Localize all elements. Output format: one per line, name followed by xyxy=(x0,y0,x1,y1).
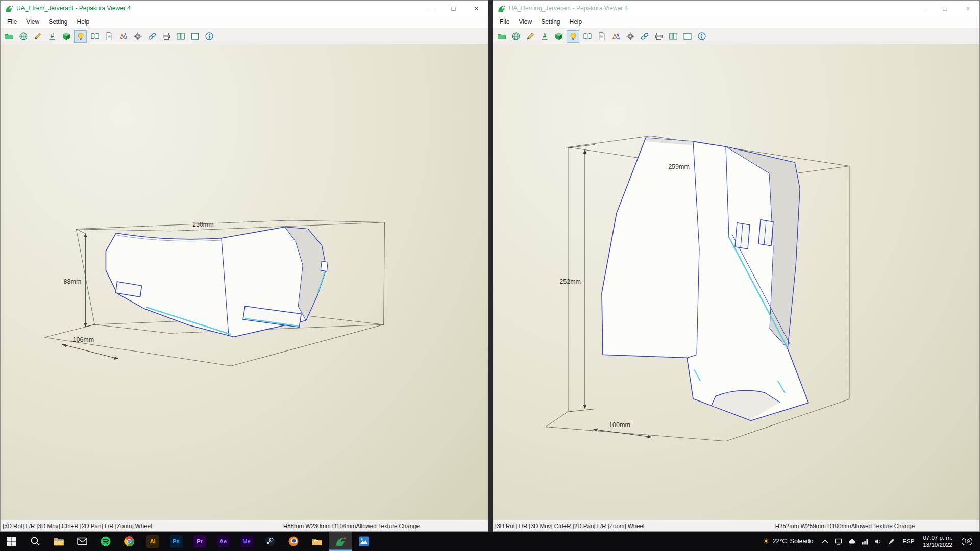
menu-view[interactable]: View xyxy=(514,17,536,27)
open-folder-icon[interactable] xyxy=(495,30,508,43)
pen-tray-button[interactable] xyxy=(885,532,898,551)
menu-setting[interactable]: Setting xyxy=(536,17,565,27)
open-book-icon[interactable] xyxy=(88,30,101,43)
window-title: UA_Efrem_Jerverant - Pepakura Viewer 4 xyxy=(16,5,419,12)
network-tray-button[interactable] xyxy=(858,532,871,551)
system-tray: ☀ 22°C Soleado ESP 07:07 p. m. 13/10/202… xyxy=(757,532,980,551)
pen-icon xyxy=(888,538,895,545)
photos-button[interactable] xyxy=(352,532,376,551)
close-button[interactable]: × xyxy=(465,1,488,16)
folder-icon xyxy=(311,536,323,547)
pepakura-app-icon xyxy=(5,4,13,13)
unfold-pattern-icon[interactable] xyxy=(117,30,130,43)
start-button[interactable] xyxy=(0,532,23,551)
texture-sphere-icon[interactable] xyxy=(17,30,30,43)
titlebar[interactable]: UA_Deming_Jerverant - Pepakura Viewer 4 … xyxy=(493,1,979,16)
open-book-icon[interactable] xyxy=(581,30,594,43)
mail-icon xyxy=(77,536,88,547)
light-toggle-icon[interactable] xyxy=(74,30,87,43)
settings-gear-icon[interactable] xyxy=(131,30,144,43)
blender-button[interactable] xyxy=(282,532,305,551)
notification-center-button[interactable]: 19 xyxy=(957,532,977,551)
menu-help[interactable]: Help xyxy=(565,17,587,27)
3d-scene: 259mm 252mm 100mm xyxy=(493,44,979,520)
search-icon xyxy=(30,536,41,547)
settings-gear-icon[interactable] xyxy=(624,30,636,43)
depth-dimension-label: 106mm xyxy=(72,336,94,343)
depth-dimension-label: 100mm xyxy=(609,421,630,429)
after-effects-button[interactable]: Ae xyxy=(211,532,235,551)
paper-model xyxy=(602,138,808,420)
statusbar: [3D Rot] L/R [3D Mov] Ctrl+R [2D Pan] L/… xyxy=(493,520,979,531)
status-hint: [3D Rot] L/R [3D Mov] Ctrl+R [2D Pan] L/… xyxy=(1,523,283,529)
solid-box-icon[interactable] xyxy=(552,30,565,43)
menu-file[interactable]: File xyxy=(495,17,514,27)
mail-button[interactable] xyxy=(70,532,94,551)
cloud-icon xyxy=(848,538,855,545)
display-tray-button[interactable] xyxy=(831,532,845,551)
premiere-button[interactable]: Pr xyxy=(188,532,211,551)
light-toggle-icon[interactable] xyxy=(567,30,579,43)
printer-icon[interactable] xyxy=(652,30,665,43)
3d-scene: 230mm 88mm 106mm xyxy=(1,44,488,520)
width-dimension-label: 259mm xyxy=(668,163,690,170)
onedrive-tray-button[interactable] xyxy=(845,532,858,551)
3d-viewport[interactable]: 230mm 88mm 106mm xyxy=(1,44,488,520)
maximize-button[interactable]: □ xyxy=(442,1,465,16)
single-pane-layout-icon[interactable] xyxy=(188,30,201,43)
menu-help[interactable]: Help xyxy=(72,17,94,27)
info-icon[interactable] xyxy=(695,30,708,43)
folder-button[interactable] xyxy=(305,532,329,551)
titlebar[interactable]: UA_Efrem_Jerverant - Pepakura Viewer 4 —… xyxy=(1,1,488,16)
volume-tray-button[interactable] xyxy=(871,532,885,551)
page-icon[interactable] xyxy=(103,30,115,43)
desktop: UA_Efrem_Jerverant - Pepakura Viewer 4 —… xyxy=(0,0,980,551)
pepakura-viewer-button[interactable] xyxy=(329,532,352,551)
steam-button[interactable] xyxy=(258,532,282,551)
page-icon[interactable] xyxy=(595,30,608,43)
measure-hash-icon[interactable] xyxy=(45,30,58,43)
photoshop-button[interactable]: Ps xyxy=(164,532,188,551)
measure-hash-icon[interactable] xyxy=(538,30,551,43)
status-texture: Allowed Texture Change xyxy=(356,523,419,529)
two-pane-layout-icon[interactable] xyxy=(174,30,187,43)
maximize-button[interactable]: □ xyxy=(934,1,957,16)
solid-box-icon[interactable] xyxy=(60,30,72,43)
illustrator-icon: Ai xyxy=(146,535,159,548)
info-icon[interactable] xyxy=(203,30,215,43)
minimize-button[interactable]: — xyxy=(419,1,442,16)
texture-sphere-icon[interactable] xyxy=(509,30,522,43)
file-explorer-button[interactable] xyxy=(47,532,70,551)
close-button[interactable]: × xyxy=(957,1,979,16)
printer-icon[interactable] xyxy=(160,30,173,43)
taskbar-clock[interactable]: 07:07 p. m. 13/10/2022 xyxy=(919,532,957,551)
spotify-button[interactable] xyxy=(94,532,117,551)
weather-widget[interactable]: ☀ 22°C Soleado xyxy=(757,532,818,551)
menu-view[interactable]: View xyxy=(21,17,44,27)
edit-pencil-icon[interactable] xyxy=(524,30,536,43)
sun-icon: ☀ xyxy=(763,537,769,546)
pepakura-window-efrem: UA_Efrem_Jerverant - Pepakura Viewer 4 —… xyxy=(0,0,488,532)
minimize-button[interactable]: — xyxy=(911,1,934,16)
search-button[interactable] xyxy=(23,532,47,551)
photos-icon xyxy=(358,536,370,547)
chrome-button[interactable] xyxy=(117,532,141,551)
blender-icon xyxy=(288,536,299,547)
pepakura-window-deming: UA_Deming_Jerverant - Pepakura Viewer 4 … xyxy=(493,0,980,532)
unfold-pattern-icon[interactable] xyxy=(609,30,622,43)
media-encoder-button[interactable]: Me xyxy=(235,532,258,551)
status-dimensions: H252mm W259mm D100mm xyxy=(775,523,851,529)
3d-viewport[interactable]: 259mm 252mm 100mm xyxy=(493,44,979,520)
link-icon[interactable] xyxy=(638,30,651,43)
illustrator-button[interactable]: Ai xyxy=(141,532,164,551)
edit-pencil-icon[interactable] xyxy=(31,30,44,43)
two-pane-layout-icon[interactable] xyxy=(667,30,679,43)
single-pane-layout-icon[interactable] xyxy=(681,30,694,43)
menu-setting[interactable]: Setting xyxy=(44,17,72,27)
open-folder-icon[interactable] xyxy=(3,30,15,43)
link-icon[interactable] xyxy=(145,30,158,43)
hidden-icons-chevron[interactable] xyxy=(818,532,831,551)
language-indicator[interactable]: ESP xyxy=(898,532,919,551)
network-icon xyxy=(861,538,869,545)
menu-file[interactable]: File xyxy=(3,17,21,27)
